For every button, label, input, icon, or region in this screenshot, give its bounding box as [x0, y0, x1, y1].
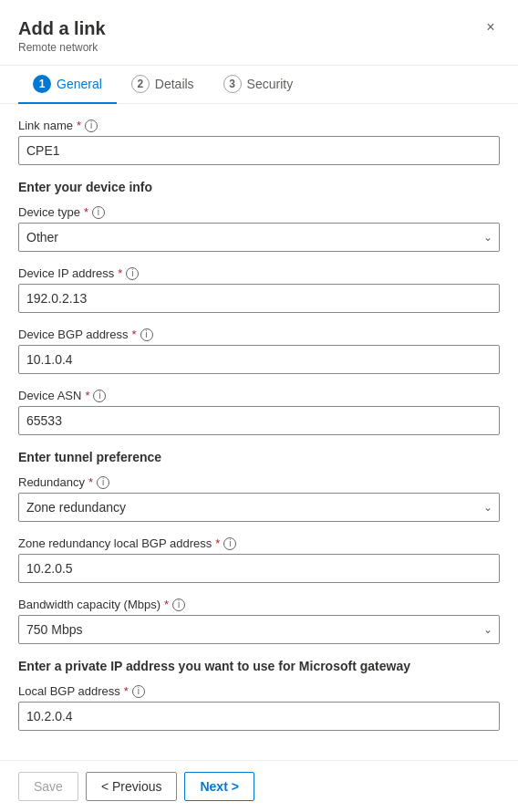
redundancy-select-wrapper: Zone redundancy ⌄: [18, 493, 500, 522]
device-asn-label: Device ASN * i: [18, 389, 500, 402]
local-bgp-label: Local BGP address * i: [18, 684, 500, 698]
close-button[interactable]: ×: [478, 15, 503, 40]
device-bgp-info-icon[interactable]: i: [140, 328, 153, 341]
tab-bar: 1 General 2 Details 3 Security: [0, 66, 518, 104]
zone-bgp-info-icon[interactable]: i: [223, 537, 236, 550]
redundancy-select[interactable]: Zone redundancy: [18, 493, 500, 522]
add-link-panel: Add a link Remote network × 1 General 2 …: [0, 0, 518, 812]
redundancy-group: Redundancy * i Zone redundancy ⌄: [18, 475, 500, 522]
device-type-required: *: [84, 205, 88, 219]
local-bgp-info-icon[interactable]: i: [132, 685, 145, 698]
tab-general-label: General: [57, 77, 102, 91]
zone-bgp-required: *: [215, 536, 220, 550]
panel-footer: Save < Previous Next >: [0, 760, 518, 812]
tab-security-number: 3: [223, 75, 242, 93]
local-bgp-input[interactable]: [18, 702, 500, 731]
link-name-input[interactable]: [18, 136, 500, 165]
link-name-info-icon[interactable]: i: [85, 120, 98, 132]
panel-subtitle: Remote network: [18, 41, 500, 54]
previous-button[interactable]: < Previous: [86, 772, 178, 801]
device-asn-info-icon[interactable]: i: [93, 390, 106, 402]
private-ip-heading: Enter a private IP address you want to u…: [18, 659, 500, 673]
bandwidth-required: *: [164, 598, 169, 611]
device-type-group: Device type * i Other ⌄: [18, 205, 500, 252]
device-ip-required: *: [118, 266, 122, 280]
tab-security[interactable]: 3 Security: [209, 66, 308, 104]
device-ip-group: Device IP address * i: [18, 266, 500, 313]
tab-details[interactable]: 2 Details: [117, 66, 209, 104]
device-bgp-input[interactable]: [18, 345, 500, 374]
zone-bgp-group: Zone redundancy local BGP address * i: [18, 536, 500, 583]
device-ip-info-icon[interactable]: i: [126, 267, 139, 280]
bandwidth-info-icon[interactable]: i: [172, 599, 185, 611]
device-asn-group: Device ASN * i: [18, 389, 500, 435]
zone-bgp-input[interactable]: [18, 554, 500, 583]
tab-general-number: 1: [33, 75, 51, 93]
bandwidth-label: Bandwidth capacity (Mbps) * i: [18, 598, 500, 611]
link-name-label: Link name * i: [18, 119, 500, 132]
local-bgp-required: *: [124, 684, 129, 698]
bandwidth-select-wrapper: 750 Mbps ⌄: [18, 615, 500, 644]
redundancy-required: *: [88, 475, 93, 489]
device-type-select[interactable]: Other: [18, 223, 500, 252]
device-ip-label: Device IP address * i: [18, 266, 500, 280]
zone-bgp-label: Zone redundancy local BGP address * i: [18, 536, 500, 550]
save-button[interactable]: Save: [18, 772, 78, 801]
link-name-group: Link name * i: [18, 119, 500, 165]
device-bgp-group: Device BGP address * i: [18, 328, 500, 374]
bandwidth-select[interactable]: 750 Mbps: [18, 615, 500, 644]
link-name-required: *: [77, 119, 81, 132]
redundancy-info-icon[interactable]: i: [97, 476, 109, 489]
panel-title: Add a link: [18, 18, 500, 39]
device-ip-input[interactable]: [18, 284, 500, 313]
tab-general[interactable]: 1 General: [18, 66, 117, 104]
tab-details-number: 2: [131, 75, 150, 93]
device-type-info-icon[interactable]: i: [92, 206, 105, 219]
tunnel-pref-heading: Enter tunnel preference: [18, 450, 500, 464]
tab-security-label: Security: [247, 77, 294, 91]
device-asn-required: *: [85, 389, 89, 402]
device-type-label: Device type * i: [18, 205, 500, 219]
form-content: Link name * i Enter your device info Dev…: [0, 104, 518, 760]
device-info-heading: Enter your device info: [18, 180, 500, 194]
local-bgp-group: Local BGP address * i: [18, 684, 500, 731]
tab-details-label: Details: [155, 77, 194, 91]
redundancy-label: Redundancy * i: [18, 475, 500, 489]
device-asn-input[interactable]: [18, 406, 500, 435]
device-bgp-label: Device BGP address * i: [18, 328, 500, 341]
next-button[interactable]: Next >: [184, 772, 254, 801]
panel-header: Add a link Remote network ×: [0, 0, 518, 66]
device-bgp-required: *: [131, 328, 136, 341]
bandwidth-group: Bandwidth capacity (Mbps) * i 750 Mbps ⌄: [18, 598, 500, 644]
device-type-select-wrapper: Other ⌄: [18, 223, 500, 252]
